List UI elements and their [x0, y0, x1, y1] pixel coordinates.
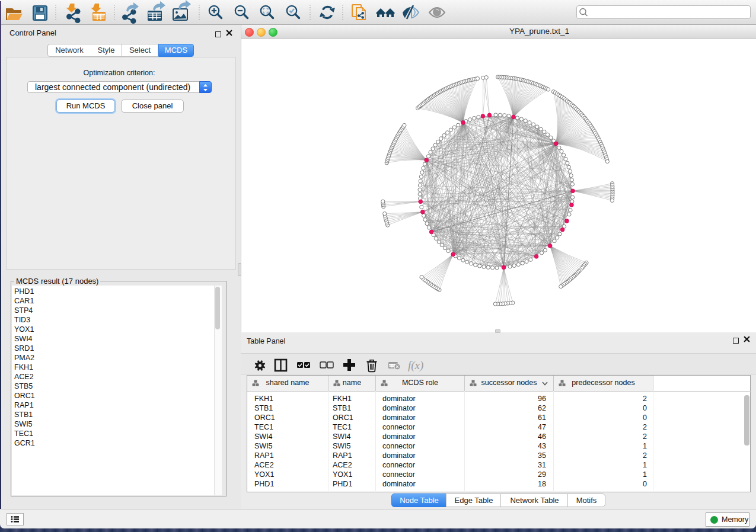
- svg-text:f(x): f(x): [408, 359, 423, 372]
